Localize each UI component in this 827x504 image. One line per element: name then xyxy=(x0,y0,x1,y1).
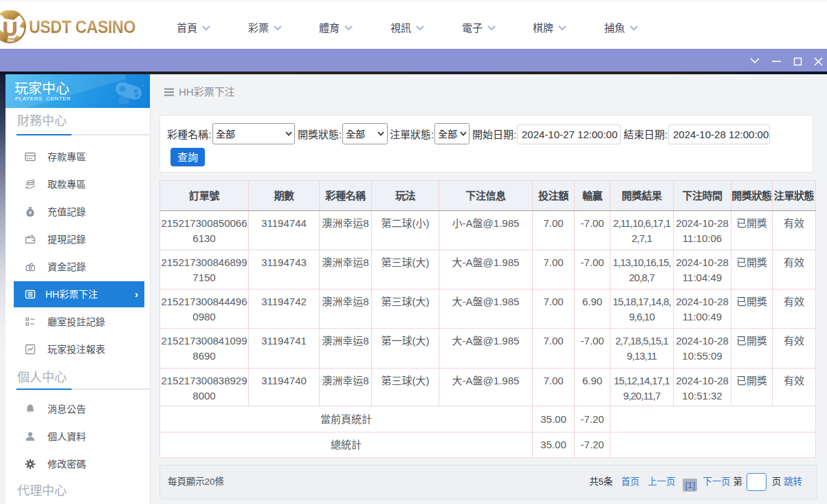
svg-text:CASINO: CASINO xyxy=(2,37,17,41)
svg-text:¥: ¥ xyxy=(29,210,32,216)
